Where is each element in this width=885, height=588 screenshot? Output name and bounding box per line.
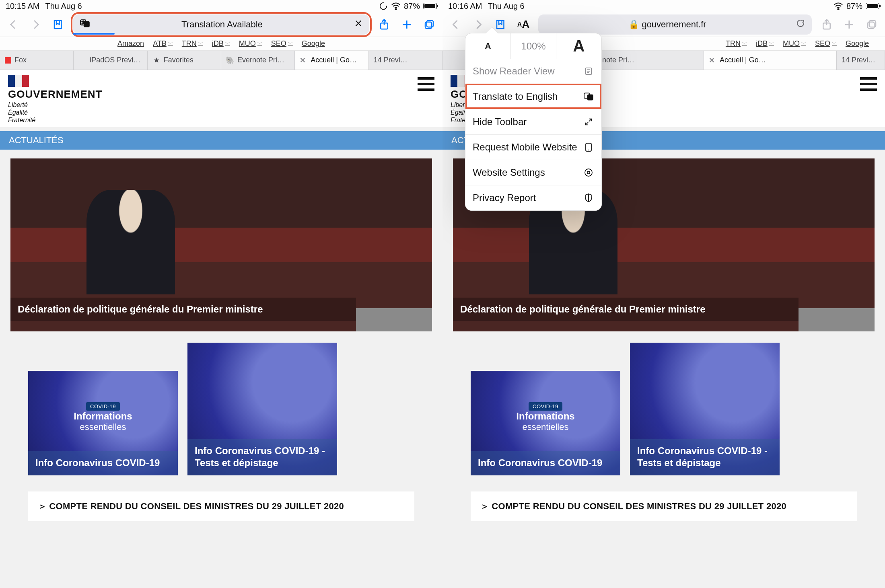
tab-ipados[interactable]: iPadOS Previ… bbox=[74, 51, 147, 70]
battery-icon bbox=[866, 3, 879, 9]
favorites-bar: Amazon ATB﹀ TRN﹀ iDB﹀ MUO﹀ SEO﹀ Google bbox=[0, 37, 442, 51]
expand-icon bbox=[583, 116, 594, 127]
mobile-icon bbox=[583, 142, 594, 153]
tab-fox[interactable]: Fox bbox=[0, 51, 74, 70]
france-flag-icon bbox=[8, 75, 29, 87]
back-button[interactable] bbox=[448, 17, 463, 32]
svg-rect-9 bbox=[427, 21, 433, 27]
fav-amazon[interactable]: Amazon bbox=[117, 39, 144, 48]
forward-button[interactable] bbox=[28, 17, 43, 32]
fav-trn[interactable]: TRN﹀ bbox=[182, 39, 203, 48]
star-icon: ★ bbox=[152, 56, 161, 64]
menu-privacy-report[interactable]: Privacy Report bbox=[465, 185, 601, 210]
reload-icon[interactable] bbox=[796, 19, 805, 31]
hero-overlay bbox=[799, 308, 875, 331]
svg-text:文: 文 bbox=[82, 21, 85, 25]
fav-muo[interactable]: MUO﹀ bbox=[239, 39, 262, 48]
address-bar[interactable]: 🔒gouvernement.fr bbox=[538, 14, 812, 35]
close-tab-icon[interactable]: ✕ bbox=[709, 56, 715, 65]
chevron-right-icon: ＞ bbox=[480, 501, 489, 511]
hero-article[interactable]: Déclaration de politique générale du Pre… bbox=[10, 158, 432, 331]
menu-reader-view: Show Reader View bbox=[465, 59, 601, 84]
forward-button[interactable] bbox=[471, 17, 486, 32]
chevron-down-icon: ﹀ bbox=[769, 40, 774, 47]
status-time: 10:15 AM bbox=[6, 2, 40, 11]
status-bar: 10:15 AM Thu Aug 6 87% bbox=[0, 0, 442, 12]
chevron-right-icon: ＞ bbox=[38, 501, 47, 511]
tab-favorites[interactable]: ★Favorites bbox=[148, 51, 221, 70]
tabs-button[interactable] bbox=[864, 17, 879, 32]
svg-rect-22 bbox=[588, 95, 593, 100]
tile-label: Info Coronavirus COVID-19 - Tests et dép… bbox=[630, 439, 780, 475]
left-screenshot: 10:15 AM Thu Aug 6 87% bbox=[0, 0, 442, 588]
tab-accueil[interactable]: ✕Accueil | Go… bbox=[704, 51, 837, 70]
right-screenshot: 10:16 AM Thu Aug 6 87% AA bbox=[442, 0, 885, 588]
address-bar[interactable]: 文 Translation Available bbox=[73, 14, 369, 35]
chevron-down-icon: ﹀ bbox=[257, 40, 262, 47]
evernote-icon: 🐘 bbox=[226, 56, 234, 64]
bookmarks-button[interactable] bbox=[493, 17, 508, 32]
text-size-row: A 100% A bbox=[465, 33, 602, 59]
site-motto: Liberté Égalité Fraternité bbox=[8, 101, 102, 124]
share-button[interactable] bbox=[819, 17, 834, 32]
menu-hide-toolbar[interactable]: Hide Toolbar bbox=[465, 109, 601, 134]
covid-badge: COVID-19 bbox=[529, 402, 562, 411]
fav-idb[interactable]: iDB﹀ bbox=[212, 39, 230, 48]
new-tab-button[interactable] bbox=[842, 17, 857, 32]
text-smaller-button[interactable]: A bbox=[465, 33, 511, 59]
site-brand: GOUVERNEMENT Liberté Égalité Fraternité bbox=[8, 75, 102, 124]
fav-trn[interactable]: TRN﹀ bbox=[726, 39, 747, 48]
new-tab-button[interactable] bbox=[399, 17, 414, 32]
back-button[interactable] bbox=[6, 17, 21, 32]
fav-atb[interactable]: ATB﹀ bbox=[153, 39, 173, 48]
aa-button[interactable]: AA bbox=[516, 17, 531, 32]
menu-website-settings[interactable]: Website Settings bbox=[465, 160, 601, 185]
close-tab-icon[interactable]: ✕ bbox=[300, 56, 306, 65]
site-title: GOUVERNEMENT bbox=[8, 88, 102, 100]
chevron-down-icon: ﹀ bbox=[288, 40, 293, 47]
chevron-down-icon: ﹀ bbox=[198, 40, 203, 47]
fav-seo[interactable]: SEO﹀ bbox=[271, 39, 293, 48]
tile-tests-covid[interactable]: Info Coronavirus COVID-19 - Tests et dép… bbox=[630, 343, 780, 475]
translate-icon: 文 bbox=[80, 18, 90, 31]
text-larger-button[interactable]: A bbox=[556, 33, 601, 59]
section-header: ACTUALITÉS bbox=[0, 131, 442, 150]
translate-icon bbox=[583, 91, 594, 102]
fav-google[interactable]: Google bbox=[302, 39, 325, 48]
svg-line-23 bbox=[589, 119, 591, 121]
share-button[interactable] bbox=[377, 17, 392, 32]
fav-muo[interactable]: MUO﹀ bbox=[783, 39, 806, 48]
tab-14previ[interactable]: 14 Previ… bbox=[369, 51, 442, 70]
tile-info-covid[interactable]: COVID-19 Informations essentielles Info … bbox=[28, 371, 178, 475]
gear-icon bbox=[583, 167, 594, 178]
covid-badge: COVID-19 bbox=[86, 402, 120, 411]
menu-request-mobile[interactable]: Request Mobile Website bbox=[465, 134, 601, 160]
menu-button[interactable] bbox=[860, 77, 877, 91]
tile-info-covid[interactable]: COVID-19 Informations essentielles Info … bbox=[471, 371, 620, 475]
battery-percent: 87% bbox=[846, 2, 862, 11]
fav-google[interactable]: Google bbox=[846, 39, 869, 48]
svg-rect-15 bbox=[869, 21, 876, 27]
fav-seo[interactable]: SEO﹀ bbox=[815, 39, 837, 48]
link-compte-rendu[interactable]: ＞COMPTE RENDU DU CONSEIL DES MINISTRES D… bbox=[471, 491, 857, 521]
shield-icon bbox=[583, 192, 594, 204]
address-bar-text: 🔒gouvernement.fr bbox=[545, 19, 790, 30]
link-compte-rendu[interactable]: ＞COMPTE RENDU DU CONSEIL DES MINISTRES D… bbox=[28, 491, 414, 521]
bookmarks-button[interactable] bbox=[51, 17, 66, 32]
menu-button[interactable] bbox=[418, 77, 434, 91]
menu-translate[interactable]: Translate to English bbox=[465, 84, 601, 109]
progress-bar bbox=[73, 33, 115, 35]
web-content: GOUVERNEMENT Liberté Égalité Fraternité … bbox=[0, 70, 442, 588]
tab-14previ[interactable]: 14 Previ… bbox=[837, 51, 885, 70]
close-icon[interactable] bbox=[354, 19, 363, 30]
hero-photo bbox=[86, 190, 175, 294]
tab-accueil[interactable]: ✕Accueil | Go… bbox=[295, 51, 368, 70]
safari-toolbar: 文 Translation Available bbox=[0, 12, 442, 37]
fav-idb[interactable]: iDB﹀ bbox=[756, 39, 774, 48]
loading-icon bbox=[379, 2, 388, 10]
svg-rect-16 bbox=[868, 22, 874, 28]
chevron-down-icon: ﹀ bbox=[742, 40, 747, 47]
tile-tests-covid[interactable]: Info Coronavirus COVID-19 - Tests et dép… bbox=[187, 343, 337, 475]
tabs-button[interactable] bbox=[422, 17, 437, 32]
tab-evernote[interactable]: 🐘Evernote Pri… bbox=[221, 51, 295, 70]
